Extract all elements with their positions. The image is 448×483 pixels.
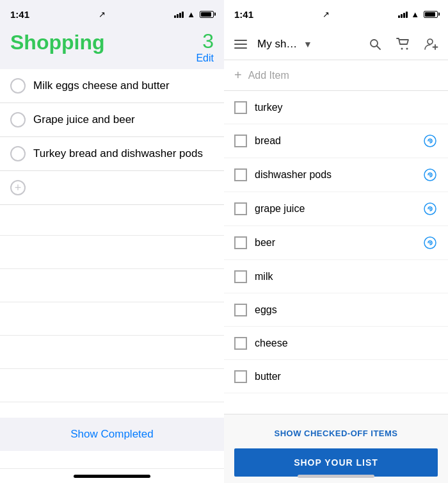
shopping-item-dishwasher-pods[interactable]: dishwasher pods: [224, 158, 448, 192]
svg-point-13: [429, 174, 431, 176]
home-indicator-right: [298, 475, 374, 478]
svg-point-17: [429, 242, 431, 244]
item-name-eggs: eggs: [255, 304, 438, 316]
right-signal-bar-3: [403, 13, 405, 18]
svg-line-4: [377, 46, 380, 49]
signal-bar-4: [182, 12, 184, 18]
left-item-text-2: Grape juice and beer: [33, 113, 135, 126]
svg-point-11: [429, 140, 431, 142]
add-item-row[interactable]: + Add Item: [224, 60, 448, 91]
left-item-text-1: Milk eggs cheese and butter: [33, 79, 170, 92]
shopping-item-milk[interactable]: milk: [224, 260, 448, 293]
left-header-right: 3 Edit: [196, 31, 214, 64]
checkbox-turkey[interactable]: [234, 101, 247, 114]
item-link-icon-beer[interactable]: [422, 235, 438, 250]
shopping-list: turkey bread dishwasher pods: [224, 91, 448, 414]
item-name-bread: bread: [255, 135, 415, 147]
left-status-time: 1:41: [10, 9, 29, 20]
right-toolbar: My shoppi... ▼: [224, 28, 448, 60]
hamburger-menu-icon[interactable]: [229, 33, 252, 56]
shopping-item-beer[interactable]: beer: [224, 226, 448, 260]
show-completed-button[interactable]: Show Completed: [70, 428, 153, 441]
shopping-item-turkey[interactable]: turkey: [224, 91, 448, 124]
list-empty-area: [0, 205, 224, 423]
item-link-icon-bread[interactable]: [422, 133, 438, 149]
signal-bars-icon: [174, 10, 184, 18]
right-signal-bars-icon: [398, 10, 408, 18]
left-item-text-3: Turkey bread and dishwasher pods: [33, 147, 203, 160]
shopping-item-eggs[interactable]: eggs: [224, 293, 448, 327]
left-panel: 1:41 ↗ ▲ Shopping 3 Edit Milk eggs chees…: [0, 0, 224, 483]
left-status-arrow: ↗: [99, 10, 106, 19]
item-name-butter: butter: [255, 371, 438, 382]
battery-fill: [201, 12, 211, 17]
add-person-icon[interactable]: [420, 33, 443, 56]
svg-point-6: [406, 47, 408, 49]
list-item[interactable]: Milk eggs cheese and butter: [0, 69, 224, 103]
right-battery-icon: [424, 11, 438, 18]
right-panel: 1:41 ↗ ▲ My shoppi... ▼: [224, 0, 448, 483]
checkbox-beer[interactable]: [234, 236, 247, 249]
item-name-grape-juice: grape juice: [255, 203, 415, 215]
item-link-icon-dishwasher[interactable]: [422, 167, 438, 183]
right-footer: SHOW CHECKED-OFF ITEMS SHOP YOUR LIST: [224, 414, 448, 483]
checkbox-bread[interactable]: [234, 135, 247, 147]
checkbox-milk[interactable]: [234, 270, 247, 283]
shopping-item-butter[interactable]: butter: [224, 360, 448, 393]
circle-checkbox-3[interactable]: [10, 146, 26, 161]
checkbox-cheese[interactable]: [234, 337, 247, 350]
chevron-down-icon[interactable]: ▼: [303, 39, 312, 49]
checkbox-eggs[interactable]: [234, 304, 247, 316]
add-item-label: Add Item: [248, 70, 289, 81]
right-status-bar: 1:41 ↗ ▲: [224, 0, 448, 28]
svg-point-15: [429, 208, 431, 210]
checkbox-butter[interactable]: [234, 370, 247, 383]
right-battery-fill: [425, 12, 435, 17]
shopping-item-grape-juice[interactable]: grape juice: [224, 192, 448, 226]
shop-your-list-button[interactable]: SHOP YOUR LIST: [234, 448, 438, 477]
left-title: Shopping: [10, 31, 105, 54]
plus-icon-left[interactable]: +: [10, 180, 26, 195]
item-count: 3: [202, 31, 214, 51]
svg-point-7: [428, 39, 433, 44]
svg-point-3: [371, 40, 378, 47]
battery-icon: [200, 11, 214, 18]
toolbar-title: My shoppi...: [257, 38, 298, 51]
circle-checkbox-1[interactable]: [10, 78, 26, 94]
wifi-icon: ▲: [187, 10, 195, 19]
svg-rect-0: [234, 40, 247, 41]
list-item[interactable]: Turkey bread and dishwasher pods: [0, 137, 224, 171]
checkbox-grape-juice[interactable]: [234, 202, 247, 215]
item-name-beer: beer: [255, 237, 415, 249]
list-item[interactable]: Grape juice and beer: [0, 103, 224, 137]
left-header: Shopping 3 Edit: [0, 28, 224, 69]
edit-button[interactable]: Edit: [196, 53, 214, 64]
right-signal-bar-4: [406, 12, 408, 18]
signal-bar-3: [179, 13, 181, 18]
svg-point-5: [401, 47, 403, 49]
show-checked-off-button[interactable]: SHOW CHECKED-OFF ITEMS: [234, 421, 438, 446]
cart-icon[interactable]: [392, 33, 415, 56]
signal-bar-1: [174, 15, 176, 18]
left-status-bar: 1:41 ↗ ▲: [0, 0, 224, 28]
shopping-item-cheese[interactable]: cheese: [224, 327, 448, 360]
circle-checkbox-2[interactable]: [10, 112, 26, 127]
right-signal-bar-1: [398, 15, 400, 18]
search-icon[interactable]: [364, 33, 387, 56]
shopping-item-bread[interactable]: bread: [224, 124, 448, 158]
right-status-icons: ▲: [398, 10, 438, 19]
home-indicator-left: [74, 475, 150, 478]
signal-bar-2: [177, 14, 179, 18]
item-name-turkey: turkey: [255, 102, 438, 113]
svg-rect-1: [234, 44, 247, 45]
right-signal-bar-2: [401, 14, 403, 18]
left-add-button[interactable]: +: [0, 171, 224, 205]
item-name-cheese: cheese: [255, 338, 438, 349]
right-status-time: 1:41: [234, 9, 253, 20]
checkbox-dishwasher-pods[interactable]: [234, 168, 247, 181]
right-status-arrow: ↗: [323, 10, 330, 19]
item-link-icon-grape-juice[interactable]: [422, 201, 438, 217]
item-name-milk: milk: [255, 271, 438, 282]
left-footer: Show Completed: [0, 418, 224, 451]
svg-rect-2: [234, 47, 247, 49]
